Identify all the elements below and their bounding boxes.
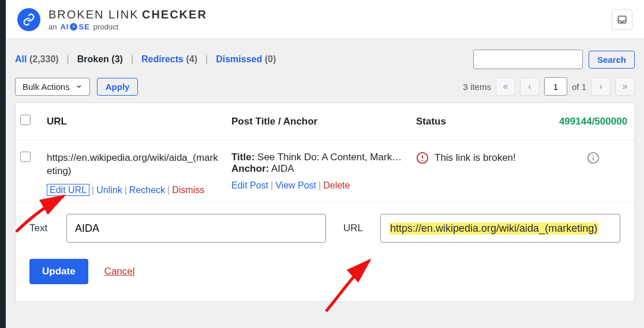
text-field-label: Text	[29, 223, 55, 234]
pager-first-button[interactable]: «	[496, 77, 515, 96]
links-table: URL Post Title / Anchor Status 499144/50…	[15, 103, 635, 302]
search-input[interactable]	[473, 50, 583, 69]
filter-redirects[interactable]: Redirects (4)	[141, 54, 197, 65]
svg-point-0	[73, 26, 74, 27]
edit-panel: Text URL https://en.wikipedia.org/wiki/a…	[16, 202, 634, 301]
gear-in-o-icon	[70, 23, 77, 31]
row-checkbox[interactable]	[20, 152, 31, 162]
table-row: https://en.wikipedia.org/wiki/aida_(mark…	[16, 140, 634, 202]
text-field[interactable]	[66, 214, 326, 243]
pager-of: of 1	[572, 82, 586, 92]
status-text: This link is broken!	[435, 152, 516, 164]
title-value: See Think Do: A Content, Mark…	[257, 152, 402, 163]
filter-bar: All (2,330) | Broken (3) | Redirects (4)…	[6, 39, 644, 74]
edit-post-button[interactable]: Edit Post	[231, 180, 268, 190]
pager-last-button[interactable]: »	[615, 77, 635, 96]
pager-items: 3 items	[463, 82, 491, 92]
pager-next-button[interactable]: ›	[591, 77, 611, 96]
app-subtitle: an AISE product	[48, 22, 207, 31]
col-url[interactable]: URL	[42, 110, 227, 133]
recheck-button[interactable]: Recheck	[129, 185, 165, 195]
pager-current-input[interactable]	[544, 77, 567, 96]
bulk-actions-dropdown[interactable]: Bulk Actions	[15, 78, 90, 96]
app-header: BROKEN LINK CHECKER an AISE product	[6, 0, 644, 39]
dismiss-button[interactable]: Dismiss	[172, 185, 204, 195]
select-all-checkbox[interactable]	[20, 115, 31, 125]
cancel-button[interactable]: Cancel	[104, 266, 135, 277]
pager-prev-button[interactable]: ‹	[520, 77, 540, 96]
quota-counter: 499144/500000	[544, 110, 642, 133]
svg-point-4	[422, 160, 423, 161]
edit-url-button[interactable]: Edit URL	[47, 184, 89, 196]
col-status[interactable]: Status	[411, 110, 544, 133]
update-button[interactable]: Update	[29, 259, 88, 284]
url-field-label: URL	[343, 223, 369, 234]
filter-dismissed[interactable]: Dismissed (0)	[216, 54, 276, 65]
col-posttitle[interactable]: Post Title / Anchor	[227, 110, 411, 133]
row-url: https://en.wikipedia.org/wiki/aida_(mark…	[47, 152, 222, 178]
anchor-value: AIDA	[271, 163, 294, 174]
search-button[interactable]: Search	[589, 51, 635, 69]
apply-button[interactable]: Apply	[97, 78, 138, 96]
anchor-label: Anchor:	[231, 163, 269, 174]
error-icon	[416, 152, 429, 164]
filter-all[interactable]: All (2,330)	[15, 54, 59, 65]
svg-point-7	[593, 155, 594, 156]
info-icon[interactable]	[587, 152, 600, 164]
chevron-down-icon	[76, 83, 83, 90]
url-field[interactable]: https://en.wikipedia.org/wiki/aida_(mark…	[380, 214, 620, 243]
app-title: BROKEN LINK CHECKER	[48, 8, 207, 21]
title-label: Title:	[231, 152, 254, 163]
notifications-tray-icon[interactable]	[612, 9, 632, 30]
delete-button[interactable]: Delete	[323, 180, 350, 190]
logo-icon	[17, 8, 40, 31]
unlink-button[interactable]: Unlink	[96, 185, 122, 195]
view-post-button[interactable]: View Post	[275, 180, 316, 190]
filter-broken[interactable]: Broken (3)	[77, 54, 123, 65]
